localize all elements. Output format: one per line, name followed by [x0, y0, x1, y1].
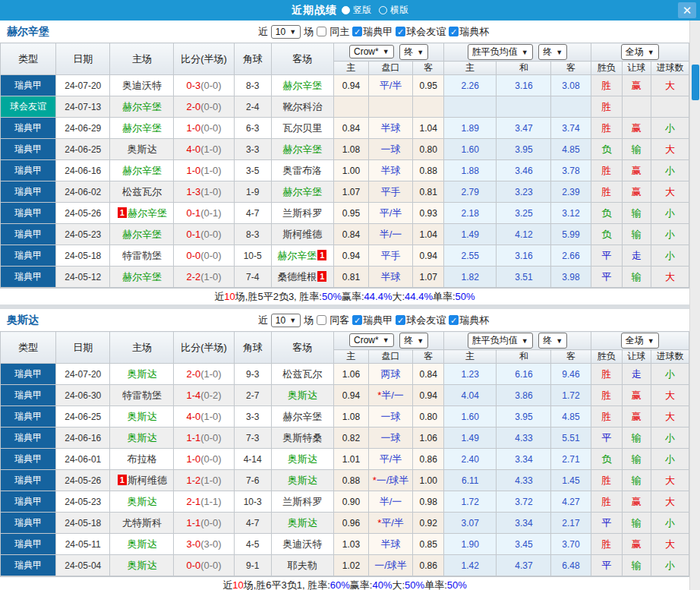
- summary-text: 10: [232, 579, 243, 590]
- red-card-badge: 1: [317, 250, 326, 260]
- league-checkbox[interactable]: ✓: [449, 315, 459, 325]
- mean-lose-cell: 3.78: [551, 160, 591, 181]
- fulltime-score: 0-0: [186, 560, 200, 571]
- scrollbar-track[interactable]: [689, 21, 700, 590]
- table-row: 瑞典甲 24-05-23 奥斯达 2-1(1-1) 10-3 兰斯科罗 0.90…: [1, 491, 689, 513]
- league-checkbox[interactable]: ✓: [352, 27, 362, 36]
- same-venue-checkbox[interactable]: [317, 315, 326, 325]
- score-cell: 4-0(1-0): [174, 406, 234, 428]
- fulltime-score: 1-1: [186, 517, 200, 528]
- mean-lose-cell: 9.46: [551, 364, 591, 385]
- odds-final-select[interactable]: 终▼: [399, 44, 428, 60]
- radio-selected-icon[interactable]: [342, 6, 350, 14]
- league-checkbox[interactable]: ✓: [396, 27, 405, 36]
- mean-win-cell: 1.49: [444, 224, 497, 245]
- match-count-value: 10: [276, 27, 285, 37]
- mean-lose-cell: 3.70: [551, 534, 591, 555]
- away-team-cell: 奥斯特桑: [271, 428, 333, 449]
- filter-row: 奥斯达 近 10 ▼ 场 同客 ✓ 瑞典甲 ✓: [0, 309, 689, 331]
- result-handicap-cell: 输: [622, 470, 651, 491]
- mean-draw-cell: [497, 96, 551, 118]
- result-goals-cell: 小: [651, 428, 689, 449]
- result-handicap-cell: 输: [622, 203, 651, 224]
- radio-unselected-icon[interactable]: [379, 6, 387, 14]
- same-venue-checkbox[interactable]: [317, 27, 326, 36]
- col-odds-home: 主: [333, 350, 368, 364]
- result-wdl-cell: 胜: [591, 385, 622, 406]
- summary-text: 大:: [392, 290, 405, 304]
- chevron-down-icon: ▼: [556, 337, 563, 345]
- fulltime-select[interactable]: 全场▼: [621, 333, 659, 349]
- away-odds-cell: 0.81: [413, 181, 444, 203]
- league-checkbox[interactable]: ✓: [396, 315, 405, 325]
- mean-win-cell: 2.79: [444, 181, 497, 203]
- match-type-cell: 瑞典甲: [1, 534, 56, 555]
- mean-group-header: 胜平负均值▼ 终▼: [444, 43, 591, 62]
- table-row: 瑞典甲 24-06-01 布拉格 1-0(0-0) 4-14 奥斯达 1.01 …: [1, 449, 689, 470]
- col-away: 客场: [271, 332, 333, 364]
- radio-vertical-layout[interactable]: 竖版: [342, 4, 371, 17]
- result-goals-cell: 小: [651, 449, 689, 470]
- halftime-score: (1-0): [200, 144, 221, 155]
- match-type-cell: 瑞典甲: [1, 491, 56, 513]
- team-name-text: 瓦尔贝里: [282, 122, 322, 134]
- mean-draw-cell: 3.86: [497, 385, 551, 406]
- result-goals-cell: 大: [651, 75, 689, 96]
- result-wdl-cell: 负: [591, 203, 622, 224]
- corner-score-cell: 9-1: [234, 555, 271, 576]
- table-row: 瑞典甲 24-05-04 奥斯达 0-0(0-0) 9-1 耶夫勒 1.02 一…: [1, 555, 689, 576]
- league-checkbox[interactable]: ✓: [352, 315, 362, 325]
- away-team-cell: 奥斯达: [271, 470, 333, 491]
- away-team-cell: 斯柯维德: [271, 224, 333, 245]
- handicap-cell: [368, 96, 412, 118]
- close-button[interactable]: ✕: [678, 2, 696, 18]
- result-handicap-cell: 赢: [622, 160, 651, 181]
- match-count-value: 10: [276, 315, 285, 326]
- score-cell: 4-0(1-0): [174, 139, 234, 160]
- odds-final-select[interactable]: 终▼: [399, 333, 428, 349]
- mean-final-select[interactable]: 终▼: [538, 44, 567, 60]
- scrollbar-thumb[interactable]: [692, 65, 699, 100]
- match-count-select[interactable]: 10 ▼: [271, 314, 301, 327]
- mean-select[interactable]: 胜平负均值▼: [468, 44, 533, 60]
- same-venue-label: 同客: [330, 314, 349, 327]
- mean-value: 胜平负均值: [472, 334, 518, 347]
- result-wdl-cell: 平: [591, 513, 622, 534]
- match-type-cell: 瑞典甲: [1, 75, 56, 96]
- mean-final-select[interactable]: 终▼: [538, 333, 567, 349]
- mean-lose-cell: 1.72: [551, 385, 591, 406]
- corner-score-cell: 6-3: [234, 118, 271, 139]
- league-checkbox[interactable]: ✓: [449, 27, 459, 36]
- result-wdl-cell: 平: [591, 428, 622, 449]
- mean-draw-cell: 3.34: [497, 449, 551, 470]
- corner-score-cell: 1-9: [234, 181, 271, 203]
- col-mean-draw: 和: [497, 350, 551, 364]
- table-row: 球会友谊 24-07-13 赫尔辛堡 2-0(0-0) 2-4 靴尔科治 胜: [1, 96, 689, 118]
- games-label: 场: [304, 25, 314, 39]
- radio-horizontal-layout[interactable]: 横版: [379, 4, 408, 17]
- red-card-badge: 1: [317, 271, 326, 282]
- summary-text: 40%: [372, 579, 392, 590]
- halftime-score: (0-0): [200, 250, 221, 261]
- bookmaker-select[interactable]: Crow*▼: [349, 45, 394, 58]
- match-count-select[interactable]: 10 ▼: [271, 25, 301, 39]
- summary-text: 10: [224, 291, 235, 302]
- match-type-cell: 瑞典甲: [1, 364, 56, 385]
- red-card-badge: 1: [118, 207, 127, 218]
- mean-draw-cell: 3.23: [497, 181, 551, 203]
- halftime-score: (1-1): [200, 496, 221, 507]
- match-date-cell: 24-06-16: [56, 160, 110, 181]
- handicap-cell: 平/半: [368, 75, 412, 96]
- mean-select[interactable]: 胜平负均值▼: [468, 333, 533, 349]
- home-odds-cell: 0.82: [333, 428, 368, 449]
- bookmaker-select[interactable]: Crow*▼: [349, 333, 394, 347]
- home-team-cell: 赫尔辛堡: [110, 224, 174, 245]
- team-name-text: 奥迪沃特: [122, 80, 162, 91]
- fulltime-score: 4-0: [186, 411, 200, 422]
- col-date: 日期: [56, 332, 110, 364]
- away-team-cell: 瓦尔贝里: [271, 118, 333, 139]
- result-goals-cell: 小: [651, 364, 689, 385]
- fulltime-select[interactable]: 全场▼: [621, 44, 659, 60]
- team-name: 奥斯达: [7, 314, 39, 327]
- col-result-wdl: 胜负: [591, 62, 622, 75]
